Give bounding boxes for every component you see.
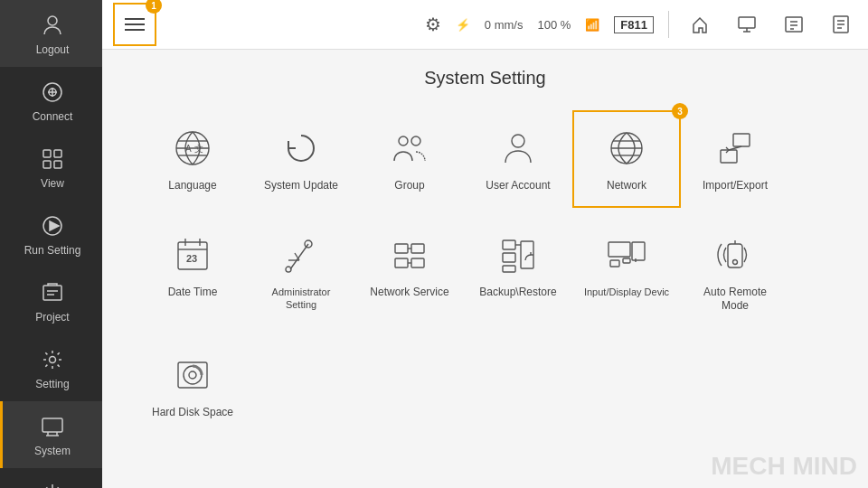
svg-text:文: 文 [194,144,203,154]
svg-point-37 [512,135,524,147]
shutdown-icon [38,479,67,488]
speed-value: 0 mm/s [485,18,524,32]
input-display-label: Input/Display Devic [584,286,669,298]
sidebar-item-run-setting[interactable]: Run Setting [0,201,102,267]
grid-item-network-wrapper: Network 3 [572,110,681,217]
menu-button[interactable]: 1 [113,3,156,46]
main-area: 1 ⚙ ⚡ 0 mm/s 100 % 📶 F811 [102,0,868,488]
monitor-button[interactable] [731,8,763,41]
grid-item-user-account[interactable]: User Account [464,110,572,208]
svg-rect-9 [43,286,61,300]
speed-icon: ⚡ [456,18,470,32]
administrator-setting-icon [278,231,325,278]
sidebar-item-connect[interactable]: Connect [0,67,102,134]
grid-item-hard-disk-space[interactable]: Hard Disk Space [138,337,247,435]
svg-rect-61 [503,240,515,249]
date-time-label: Date Time [168,286,218,300]
grid-item-backup-restore[interactable]: Backup\Restore [464,217,572,328]
svg-rect-62 [503,253,515,262]
input-display-icon [603,231,650,278]
header-status: ⚙ ⚡ 0 mm/s 100 % 📶 F811 [425,8,857,41]
sidebar-label-run-setting: Run Setting [24,244,81,257]
signal-icon: 📶 [585,18,599,32]
group-icon [386,125,433,172]
import-export-label: Import/Export [703,179,768,193]
doc-button[interactable] [825,8,857,41]
sidebar-item-view[interactable]: View [0,134,102,201]
svg-point-0 [48,16,57,25]
language-icon: A 文 [169,125,216,172]
sidebar-label-view: View [41,177,64,190]
svg-point-35 [399,136,408,145]
user-account-label: User Account [486,179,550,193]
sidebar-item-system[interactable]: System [0,401,102,468]
svg-rect-3 [43,150,51,157]
network-label: Network [607,179,646,193]
sidebar-item-logout[interactable]: Logout [0,0,102,67]
project-icon [38,278,67,307]
date-time-icon: 23 [169,231,216,278]
divider-1 [668,11,669,38]
grid-item-input-display[interactable]: Input/Display Devic [572,217,681,328]
system-update-icon [278,125,325,172]
settings-grid: A 文 Language System Update [138,110,832,443]
svg-rect-57 [411,244,424,253]
menu-badge: 1 [146,0,162,14]
system-update-label: System Update [264,179,338,193]
svg-rect-63 [503,266,515,272]
sidebar: Logout Connect View Run Setting Project … [0,0,102,488]
network-service-label: Network Service [370,286,448,300]
connect-icon [38,78,67,107]
page-title: System Setting [138,68,832,89]
sidebar-label-system: System [34,445,71,457]
grid-item-network-service[interactable]: Network Service [355,217,464,328]
auto-remote-mode-label: Auto Remote Mode [690,286,780,314]
svg-point-73 [733,259,738,264]
svg-rect-55 [395,244,408,253]
grid-item-system-update[interactable]: System Update [247,110,355,208]
grid-item-network[interactable]: Network [572,110,681,208]
grid-item-auto-remote-mode[interactable]: Auto Remote Mode [681,217,789,328]
setting-icon [38,345,67,374]
grid-item-import-export[interactable]: Import/Export [681,110,789,208]
sidebar-label-connect: Connect [33,110,73,123]
logout-icon [38,11,67,40]
system-icon [38,412,67,441]
info-button[interactable] [778,8,810,41]
svg-rect-56 [395,258,408,267]
content-area: System Setting A 文 Language [102,50,868,488]
language-label: Language [168,179,216,193]
svg-rect-68 [623,258,630,263]
grid-item-group[interactable]: Group [355,110,464,208]
sidebar-item-shutdown[interactable]: Shutdown [0,468,102,488]
f-code-badge: F811 [614,16,654,33]
svg-text:23: 23 [186,253,197,264]
network-icon [603,125,650,172]
menu-line-3 [125,29,145,31]
administrator-setting-label: Administrator Setting [256,286,346,312]
percent-value: 100 % [537,18,571,32]
svg-rect-5 [43,161,51,168]
import-export-icon [712,125,759,172]
svg-rect-67 [610,260,619,267]
svg-rect-69 [632,242,645,260]
svg-rect-13 [42,418,62,432]
grid-item-administrator-setting[interactable]: Administrator Setting [247,217,355,328]
sidebar-label-logout: Logout [36,43,70,56]
home-button[interactable] [684,8,716,41]
svg-text:A: A [185,144,192,154]
sidebar-label-project: Project [35,311,69,324]
grid-item-language[interactable]: A 文 Language [138,110,247,208]
menu-line-2 [125,23,145,25]
sidebar-item-setting[interactable]: Setting [0,334,102,401]
svg-rect-43 [721,150,737,163]
header: 1 ⚙ ⚡ 0 mm/s 100 % 📶 F811 [102,0,868,50]
svg-rect-66 [609,242,630,257]
network-badge: 3 [672,103,688,119]
grid-item-date-time[interactable]: 23 Date Time [138,217,247,328]
svg-rect-6 [54,161,61,168]
svg-rect-58 [411,258,424,267]
menu-line-1 [125,18,145,20]
sidebar-item-project[interactable]: Project [0,267,102,334]
svg-point-76 [189,371,196,379]
